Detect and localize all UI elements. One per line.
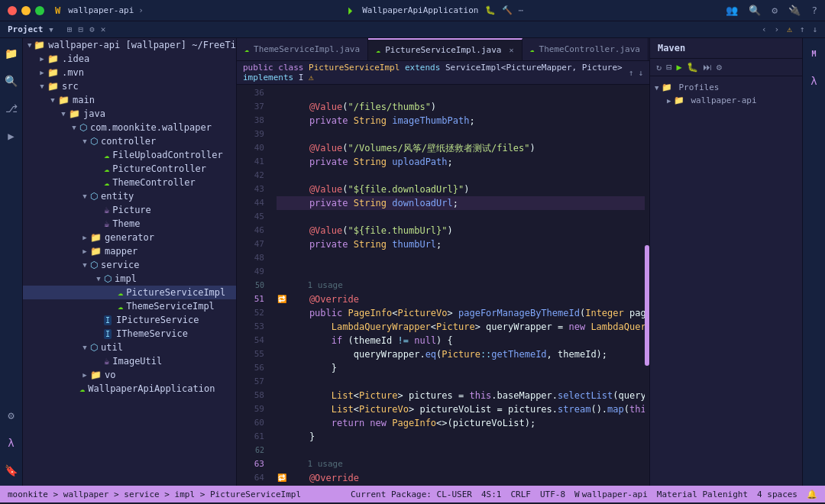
activity-run-icon[interactable]: ▶ xyxy=(2,127,21,145)
theme-item[interactable]: Material Palenight xyxy=(657,489,748,499)
tree-item-picture[interactable]: ▶ ☕ Picture xyxy=(23,203,236,217)
code-content[interactable]: @Value("/files/thumbs") private String i… xyxy=(270,85,645,486)
nav-arrow-left[interactable]: ‹ xyxy=(762,24,767,34)
position-item[interactable]: 4S:1 xyxy=(481,489,502,499)
maven-wallpaper-item[interactable]: ▶ 📁 wallpaper-api xyxy=(655,94,798,107)
status-left: moonkite > wallpaper > service > impl > … xyxy=(8,489,301,499)
tree-item-imageutil[interactable]: ▶ ☕ ImageUtil xyxy=(23,354,236,368)
tree-item-controller[interactable]: ▼ ⬡ controller xyxy=(23,134,236,148)
tree-item-service[interactable]: ▼ ⬡ service xyxy=(23,258,236,272)
nav-collapse-icon[interactable]: ⊟ xyxy=(78,24,83,34)
right-activity-lambda[interactable]: λ xyxy=(805,72,823,90)
tab-themecontroller[interactable]: ☁ ThemeController.java xyxy=(522,38,649,61)
people-icon[interactable]: 👥 xyxy=(726,5,738,16)
tree-item-java[interactable]: ▼ 📁 java xyxy=(23,107,236,121)
search-icon[interactable]: 🔍 xyxy=(749,5,761,16)
tree-item-pictureserviceimpl[interactable]: ▶ ☁ PictureServiceImpl xyxy=(23,286,236,299)
run-icon[interactable]: ⏵ xyxy=(346,5,356,16)
generator-label: generator xyxy=(105,232,154,243)
branch-item[interactable]: W wallpaper-api xyxy=(574,489,648,499)
theme-label: Theme xyxy=(112,218,140,229)
right-activity-maven[interactable]: M xyxy=(805,44,823,63)
nav-down-icon[interactable]: ↓ xyxy=(638,68,643,78)
activity-settings-icon[interactable]: ⚙ xyxy=(2,406,21,425)
picture-label: Picture xyxy=(112,205,151,215)
plugins-icon[interactable]: 🔌 xyxy=(788,5,801,16)
nav-up-icon[interactable]: ↑ xyxy=(629,68,634,78)
package-item[interactable]: Current Package: CL-USER xyxy=(351,489,472,499)
line-ending-item[interactable]: CRLF xyxy=(510,489,531,499)
activity-search-icon[interactable]: 🔍 xyxy=(2,72,21,90)
project-label[interactable]: Project xyxy=(8,24,43,34)
maven-profiles-folder: 📁 xyxy=(662,82,672,92)
tree-item-package[interactable]: ▼ ⬡ com.moonkite.wallpaper xyxy=(23,121,236,134)
tree-item-themectrl[interactable]: ▶ ☁ ThemeController xyxy=(23,176,236,189)
minimize-button[interactable] xyxy=(21,6,31,15)
maven-run-icon[interactable]: ▶ xyxy=(676,62,681,73)
tab-label-tc: ThemeController.java xyxy=(539,44,640,54)
code-line-40: @Value("/Volumes/风筝/壁纸拯救者测试/files") xyxy=(277,141,645,155)
tree-item-picturectrl[interactable]: ▶ ☁ PictureController xyxy=(23,162,236,176)
activity-git-icon[interactable]: ⎇ xyxy=(2,99,21,118)
maximize-button[interactable] xyxy=(35,6,44,15)
nav-close-icon[interactable]: ✕ xyxy=(101,24,106,34)
code-line-49 xyxy=(277,265,645,279)
idea-label: .idea xyxy=(62,53,89,64)
line-indicator-63: 🔁 xyxy=(277,471,287,485)
nav-arrow-right[interactable]: › xyxy=(775,24,780,34)
maven-refresh-icon[interactable]: ↻ xyxy=(656,62,662,73)
tree-item-util[interactable]: ▼ ⬡ util xyxy=(23,341,236,354)
nav-scroll-up[interactable]: ↑ xyxy=(800,24,805,34)
settings-icon[interactable]: ⚙ xyxy=(772,5,778,16)
help-icon[interactable]: ? xyxy=(811,5,817,16)
activity-lambda-icon[interactable]: λ xyxy=(2,434,21,452)
notification-item[interactable]: 🔔 xyxy=(807,489,817,499)
tree-item-ithemeservice[interactable]: ▶ I IThemeService xyxy=(23,327,236,341)
activity-files-icon[interactable]: 📁 xyxy=(2,44,21,63)
tree-item-main[interactable]: ▼ 📁 main xyxy=(23,93,236,107)
breadcrumb-item[interactable]: moonkite > wallpaper > service > impl > … xyxy=(8,489,301,499)
service-label: service xyxy=(101,260,140,270)
tree-item-vo[interactable]: ▶ 📁 vo xyxy=(23,368,236,382)
tab-pictureserviceimpl[interactable]: ☁ PictureServiceImpl.java ✕ xyxy=(368,38,522,61)
tree-item-root[interactable]: ▼ 📁 wallpaper-api [wallpaper] ~/FreeTi xyxy=(23,38,236,52)
tree-item-mvn[interactable]: ▶ 📁 .mvn xyxy=(23,66,236,79)
indent-item[interactable]: 4 spaces xyxy=(757,489,798,499)
maven-collapse-icon[interactable]: ⊟ xyxy=(666,62,671,73)
fileupload-label: FileUploadController xyxy=(112,150,223,160)
titlebar-center: ⏵ WallpaperApiApplication 🐛 🔨 ⋯ xyxy=(346,5,523,16)
build-icon[interactable]: 🔨 xyxy=(502,5,513,15)
close-button[interactable] xyxy=(8,6,17,15)
code-line-38: private String imageThumbPath; xyxy=(277,114,645,128)
tree-item-ipictureservice[interactable]: ▶ I IPictureService xyxy=(23,313,236,327)
tree-item-src[interactable]: ▼ 📁 src xyxy=(23,79,236,93)
tree-item-mapper[interactable]: ▶ 📁 mapper xyxy=(23,244,236,258)
debug-icon[interactable]: 🐛 xyxy=(485,5,496,15)
nav-scroll-down[interactable]: ↓ xyxy=(812,24,817,34)
more-icon[interactable]: ⋯ xyxy=(519,5,524,15)
tree-item-impl[interactable]: ▼ ⬡ impl xyxy=(23,272,236,286)
tree-item-application[interactable]: ▶ ☁ WallpaperApiApplication xyxy=(23,382,236,396)
themeserviceimpl-label: ThemeServiceImpl xyxy=(126,301,215,312)
maven-profiles-item[interactable]: ▼ 📁 Profiles xyxy=(655,81,798,94)
maven-settings-icon[interactable]: ⚙ xyxy=(717,62,722,73)
tab-close-psi[interactable]: ✕ xyxy=(509,46,513,54)
tree-item-generator[interactable]: ▶ 📁 generator xyxy=(23,231,236,244)
nav-settings-icon[interactable]: ⚙ xyxy=(89,24,95,34)
maven-skip-icon[interactable]: ⏭ xyxy=(703,62,712,73)
tree-item-fileupload[interactable]: ▶ ☁ FileUploadController xyxy=(23,148,236,162)
right-panel: Maven ↻ ⊟ ▶ 🐛 ⏭ ⚙ ▼ 📁 Profiles ▶ 📁 wallp… xyxy=(649,38,802,486)
folder-icon-main: 📁 xyxy=(58,95,70,105)
tree-item-idea[interactable]: ▶ 📁 .idea xyxy=(23,52,236,66)
nav-expand-icon[interactable]: ⊞ xyxy=(67,24,73,34)
tree-item-theme[interactable]: ▶ ☕ Theme xyxy=(23,217,236,231)
maven-header: Maven xyxy=(650,38,802,59)
tab-themeserviceimpl[interactable]: ☁ ThemeServiceImpl.java xyxy=(237,38,368,61)
tree-item-themeserviceimpl[interactable]: ▶ ☁ ThemeServiceImpl xyxy=(23,299,236,313)
maven-debug-icon[interactable]: 🐛 xyxy=(687,62,698,73)
tree-item-entity[interactable]: ▼ ⬡ entity xyxy=(23,189,236,203)
encoding-item[interactable]: UTF-8 xyxy=(540,489,565,499)
activity-bookmark-icon[interactable]: 🔖 xyxy=(2,461,21,480)
vo-label: vo xyxy=(105,370,115,380)
project-dropdown-icon[interactable]: ▼ xyxy=(49,26,53,34)
